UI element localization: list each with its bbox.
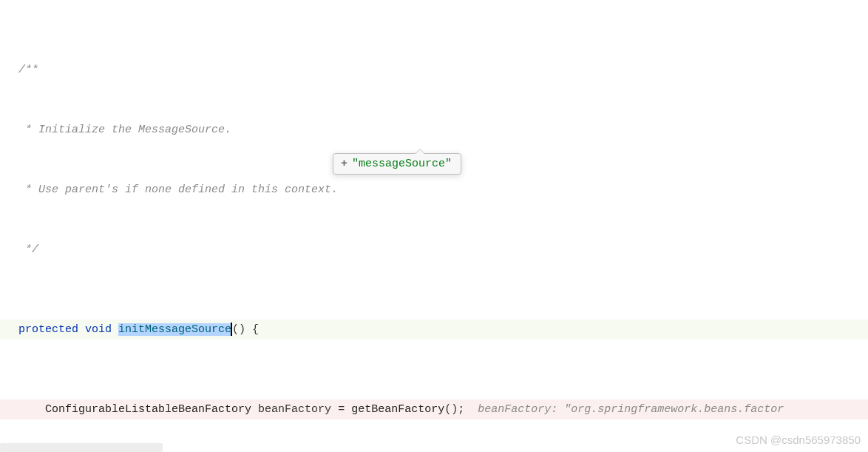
text-caret <box>231 323 232 336</box>
code-line: ConfigurableListableBeanFactory beanFact… <box>0 399 868 419</box>
type-configurablelistablebeanfactory: ConfigurableListableBeanFactory <box>45 403 251 416</box>
kw-void: void <box>85 323 112 336</box>
javadoc-line: * Use parent's if none defined in this c… <box>18 183 338 196</box>
kw-protected: protected <box>18 323 78 336</box>
method-name-selected[interactable]: initMessageSource <box>118 323 231 336</box>
method-signature-line: protected void initMessageSource() { <box>0 320 868 340</box>
code-editor[interactable]: /** * Initialize the MessageSource. * Us… <box>0 0 868 452</box>
call-getbeanfactory: getBeanFactory <box>351 403 444 416</box>
var-beanfactory: beanFactory <box>258 403 331 416</box>
evaluate-tooltip[interactable]: + "messageSource" <box>333 153 461 175</box>
expand-icon[interactable]: + <box>341 158 347 170</box>
code-line: * Use parent's if none defined in this c… <box>0 180 868 200</box>
tooltip-value: "messageSource" <box>352 158 452 170</box>
code-line: /** <box>0 60 868 80</box>
code-line: * Initialize the MessageSource. <box>0 120 868 140</box>
javadoc-close: */ <box>18 243 38 256</box>
javadoc-line: * Initialize the MessageSource. <box>18 124 231 136</box>
code-line: */ <box>0 240 868 260</box>
op-assign: = <box>338 403 345 416</box>
horizontal-scrollbar[interactable] <box>0 443 163 452</box>
javadoc-open: /** <box>18 64 38 76</box>
inlay-hint-beanfactory: beanFactory: "org.springframework.beans.… <box>478 403 784 416</box>
